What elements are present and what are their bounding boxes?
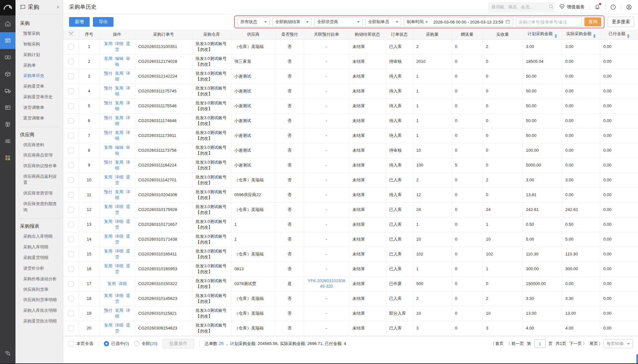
ledger-books-icon[interactable] [0,116,15,133]
brand-logo-icon[interactable] [0,0,15,15]
row-action-link[interactable]: 预付 [104,308,113,313]
row-action-link[interactable]: 复用 [115,86,124,91]
row-action-link[interactable]: 复用 [115,101,124,105]
row-checkbox[interactable] [68,296,74,302]
column-settings-icon[interactable] [63,30,79,39]
row-action-link[interactable]: 复用 [104,145,113,150]
row-action-link[interactable]: 复用 [104,263,113,268]
checkbox-icon[interactable] [68,341,74,347]
row-action-link[interactable]: 预付 [104,86,113,91]
scrollbar-thumb[interactable] [636,354,638,363]
sidebar-item[interactable]: 进货价分析 [15,263,63,274]
sidebar-item[interactable]: 供应商商品管理 [15,150,63,161]
sidebar-item[interactable]: 采购退货单 [15,81,63,92]
sidebar-item[interactable]: 预警采购 [15,28,63,39]
query-button[interactable]: 查询 [584,17,601,26]
prev-page-button[interactable]: 《前一页 [507,341,524,347]
settings-sliders-icon[interactable] [0,133,15,149]
notifications-bell-icon[interactable] [594,4,601,10]
row-checkbox[interactable] [68,103,74,109]
row-checkbox[interactable] [68,222,74,227]
sidebar-item[interactable]: 采购入库批次明细 [15,305,63,316]
safe-icon[interactable] [0,99,15,116]
row-checkbox[interactable] [68,281,74,287]
row-action-link[interactable]: 详细 [115,175,124,179]
row-action-link[interactable]: 复用 [104,323,113,328]
selected-radio[interactable]: 已选中(0) [104,341,129,347]
inventory-box-icon[interactable] [0,66,15,82]
apps-grid-icon[interactable] [0,149,15,166]
row-action-link[interactable]: 详细 [115,234,124,239]
row-action-link[interactable]: 复用 [115,189,124,194]
row-action-link[interactable]: 复用 [115,115,124,120]
row-action-link[interactable]: 复用 [107,281,116,286]
column-header[interactable]: 实际采购金额 [562,30,600,39]
status-filter-dropdown[interactable]: 所有状态 [237,17,270,26]
select-all-checkbox[interactable]: 本页全选 [68,341,93,347]
sidebar-item[interactable]: 采购出入库明细 [15,231,63,242]
column-header[interactable]: 计划采购金额 [523,30,562,39]
page-number-input[interactable] [534,340,546,348]
sidebar-item[interactable]: 供应商协议报价单 [15,161,63,171]
row-action-link[interactable]: 预付 [104,130,113,135]
sidebar-item[interactable]: 采购单历史 [15,71,63,81]
row-action-link[interactable]: 复用 [104,41,113,46]
help-icon[interactable]: ? [610,4,616,10]
row-action-link[interactable]: 详细 [115,249,124,254]
row-action-link[interactable]: 编辑 [115,56,124,61]
row-checkbox[interactable] [68,266,74,272]
date-range-picker[interactable]: 2026-03-06 00:00 - 2026-03-13 23:59 [431,19,513,25]
sidebar-item[interactable]: 供应商商品返利设置 [15,171,63,188]
row-action-link[interactable]: 预付 [104,101,113,105]
export-button[interactable]: 导出 [93,17,114,27]
row-checkbox[interactable] [68,148,74,153]
sidebar-item[interactable]: 智能采购 [15,39,63,50]
row-action-link[interactable]: 复用 [115,160,124,165]
row-action-link[interactable]: 复用 [104,219,113,224]
supplier-filter-dropdown[interactable]: 全部供货商 [314,17,363,26]
per-page-dropdown[interactable]: 每页50条 [603,339,633,348]
all-radio[interactable]: 全部(26) [134,341,157,347]
batch-actions-button[interactable]: 批量操作 [163,339,194,349]
sidebar-item[interactable]: 采购退货批次明细 [15,316,63,327]
row-action-link[interactable]: 预付 [104,189,113,194]
account-avatar-icon[interactable] [626,4,632,10]
close-icon[interactable]: × [56,5,60,10]
more-search-button[interactable]: 更多搜索 [608,17,634,27]
row-checkbox[interactable] [68,236,74,242]
sidebar-item[interactable]: 供应商资料 [15,140,63,150]
row-action-link[interactable]: 详细 [115,323,124,328]
sort-icon[interactable] [593,34,596,38]
row-action-link[interactable]: 详细 [115,219,124,224]
row-checkbox[interactable] [68,207,74,213]
sidebar-item[interactable]: 进货调整单 [15,102,63,113]
row-action-link[interactable]: 编辑 [115,145,124,150]
global-search-input[interactable] [492,5,548,9]
row-action-link[interactable]: 详细 [118,281,127,286]
row-action-link[interactable]: 预付 [104,160,113,165]
row-action-link[interactable]: 复用 [104,234,113,239]
row-action-link[interactable]: 复用 [104,204,113,209]
radio-all-icon[interactable] [134,341,139,346]
row-action-link[interactable]: 详细 [115,204,124,209]
row-checkbox[interactable] [68,162,74,168]
sidebar-item[interactable]: 供应商资质到期查询 [15,199,63,216]
row-action-link[interactable]: 详细 [115,41,124,46]
sidebar-item[interactable]: 退货调整单 [15,113,63,124]
sidebar-item[interactable]: 采购价格波动分析 [15,274,63,284]
row-action-link[interactable]: 预付 [104,71,113,76]
settlement-filter-dropdown[interactable]: 全部购销结算 [272,17,312,26]
row-action-link[interactable]: 复用 [104,175,113,179]
row-checkbox[interactable] [68,73,74,79]
next-page-button[interactable]: 下一页》 [569,341,587,347]
radio-selected-icon[interactable] [104,341,109,346]
value-added-services-button[interactable]: 增值服务 [559,4,585,11]
row-action-link[interactable]: 复用 [115,71,124,76]
prepayment-doc-link[interactable]: YFK-20260310150849-320 [307,278,346,289]
sidebar-item[interactable]: 供应商资质管理 [15,188,63,199]
row-checkbox[interactable] [68,192,74,198]
row-checkbox[interactable] [68,325,74,331]
add-button[interactable]: 新增 [69,17,90,27]
sidebar-item[interactable]: 采购退货明细 [15,253,63,263]
row-action-link[interactable]: 详细 [115,263,124,268]
